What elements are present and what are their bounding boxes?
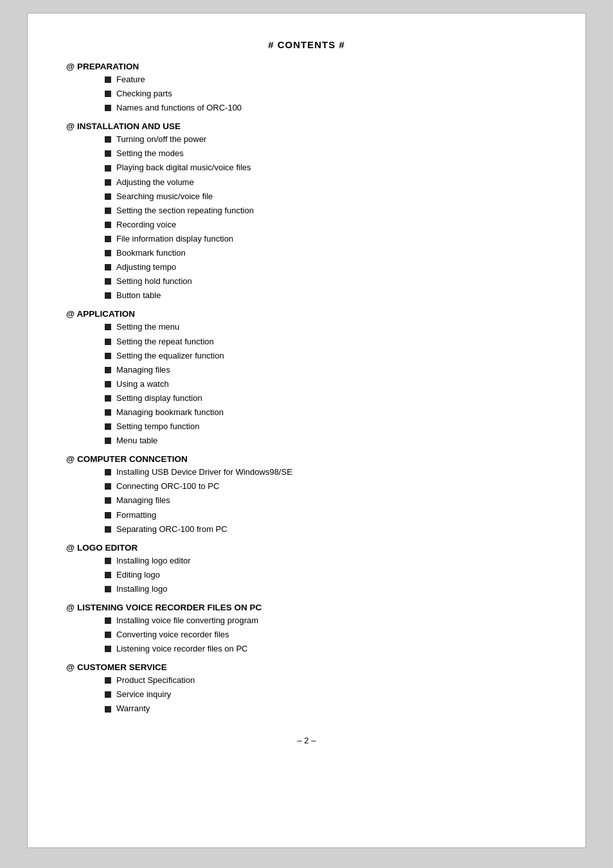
list-item: Formatting: [105, 508, 547, 522]
bullet-icon: [105, 236, 111, 242]
bullet-icon: [105, 586, 111, 592]
page-number: – 2 –: [66, 736, 547, 745]
bullet-icon: [105, 179, 111, 186]
bullet-icon: [105, 483, 111, 490]
list-item: Setting tempo function: [105, 420, 547, 434]
list-item: Warranty: [105, 702, 547, 716]
list-item-text: Service inquiry: [116, 687, 171, 702]
bullet-icon: [105, 469, 111, 475]
list-item-text: Managing files: [116, 493, 170, 508]
list-item: Menu table: [105, 434, 547, 448]
list-item-text: Turning on/off the power: [116, 132, 206, 146]
list-item-text: Adjusting tempo: [116, 260, 176, 274]
sections-container: @ PREPARATIONFeatureChecking partsNames …: [66, 62, 547, 716]
list-item-text: File information display function: [116, 232, 233, 246]
list-item-text: Installing USB Device Driver for Windows…: [116, 465, 292, 479]
list-item-text: Editing logo: [116, 568, 160, 582]
items-list-installation: Turning on/off the powerSetting the mode…: [105, 132, 547, 303]
section-header-computer: @ COMPUTER CONNCETION: [66, 454, 547, 464]
bullet-icon: [105, 572, 111, 578]
bullet-icon: [105, 646, 111, 652]
list-item-text: Setting the section repeating function: [116, 204, 254, 218]
list-item-text: Searching music/voice file: [116, 190, 213, 204]
list-item-text: Connecting ORC-100 to PC: [116, 479, 219, 493]
items-list-logo: Installing logo editorEditing logoInstal…: [105, 554, 547, 596]
bullet-icon: [105, 381, 111, 387]
list-item-text: Bookmark function: [116, 246, 186, 260]
list-item: Managing files: [105, 363, 547, 377]
bullet-icon: [105, 324, 111, 330]
items-list-preparation: FeatureChecking partsNames and functions…: [105, 73, 547, 115]
bullet-icon: [105, 409, 111, 416]
bullet-icon: [105, 353, 111, 359]
bullet-icon: [105, 367, 111, 373]
list-item: Converting voice recorder files: [105, 628, 547, 642]
list-item: Setting display function: [105, 391, 547, 405]
list-item-text: Checking parts: [116, 87, 172, 101]
list-item-text: Installing voice file converting program: [116, 614, 258, 628]
list-item: Separating ORC-100 from PC: [105, 522, 547, 536]
list-item-text: Separating ORC-100 from PC: [116, 522, 227, 536]
bullet-icon: [105, 526, 111, 533]
list-item-text: Setting the modes: [116, 146, 184, 161]
list-item-text: Setting tempo function: [116, 420, 199, 434]
list-item-text: Installing logo editor: [116, 554, 191, 568]
items-list-application: Setting the menuSetting the repeat funct…: [105, 320, 547, 448]
list-item-text: Product Specification: [116, 673, 195, 687]
bullet-icon: [105, 691, 111, 698]
list-item: Adjusting tempo: [105, 260, 547, 274]
list-item-text: Formatting: [116, 508, 156, 522]
list-item: Setting the equalizer function: [105, 349, 547, 363]
bullet-icon: [105, 165, 111, 172]
section-header-customer: @ CUSTOMER SERVICE: [66, 662, 547, 672]
bullet-icon: [105, 278, 111, 285]
list-item: Adjusting the volume: [105, 175, 547, 190]
list-item: Setting hold function: [105, 274, 547, 288]
bullet-icon: [105, 677, 111, 684]
list-item-text: Setting the repeat function: [116, 335, 214, 349]
page: # CONTENTS # @ PREPARATIONFeatureCheckin…: [27, 13, 586, 848]
bullet-icon: [105, 208, 111, 214]
bullet-icon: [105, 76, 111, 83]
items-list-computer: Installing USB Device Driver for Windows…: [105, 465, 547, 536]
list-item: Installing logo: [105, 582, 547, 596]
bullet-icon: [105, 150, 111, 157]
list-item-text: Managing files: [116, 363, 170, 377]
section-header-preparation: @ PREPARATION: [66, 62, 547, 71]
bullet-icon: [105, 136, 111, 143]
bullet-icon: [105, 105, 111, 111]
items-list-listening: Installing voice file converting program…: [105, 614, 547, 656]
bullet-icon: [105, 395, 111, 402]
list-item: Listening voice recorder files on PC: [105, 642, 547, 656]
bullet-icon: [105, 193, 111, 200]
bullet-icon: [105, 706, 111, 713]
list-item-text: Menu table: [116, 434, 157, 448]
list-item-text: Converting voice recorder files: [116, 628, 229, 642]
list-item: Installing voice file converting program: [105, 614, 547, 628]
bullet-icon: [105, 222, 111, 228]
list-item-text: Warranty: [116, 702, 150, 716]
section-header-application: @ APPLICATION: [66, 309, 547, 319]
bullet-icon: [105, 617, 111, 624]
list-item-text: Adjusting the volume: [116, 175, 194, 190]
list-item-text: Setting hold function: [116, 274, 192, 288]
list-item: Managing files: [105, 493, 547, 508]
bullet-icon: [105, 292, 111, 299]
section-header-logo: @ LOGO EDITOR: [66, 543, 547, 553]
bullet-icon: [105, 423, 111, 430]
list-item-text: Listening voice recorder files on PC: [116, 642, 248, 656]
section-header-installation: @ INSTALLATION AND USE: [66, 121, 547, 131]
list-item: Connecting ORC-100 to PC: [105, 479, 547, 493]
list-item: Recording voice: [105, 218, 547, 232]
list-item-text: Recording voice: [116, 218, 176, 232]
list-item-text: Setting the menu: [116, 320, 179, 334]
list-item-text: Button table: [116, 288, 161, 303]
list-item-text: Feature: [116, 73, 145, 87]
list-item: Bookmark function: [105, 246, 547, 260]
list-item-text: Setting display function: [116, 391, 202, 405]
list-item: Using a watch: [105, 377, 547, 391]
list-item: Button table: [105, 288, 547, 303]
list-item: Installing USB Device Driver for Windows…: [105, 465, 547, 479]
list-item: Setting the section repeating function: [105, 204, 547, 218]
list-item: Installing logo editor: [105, 554, 547, 568]
